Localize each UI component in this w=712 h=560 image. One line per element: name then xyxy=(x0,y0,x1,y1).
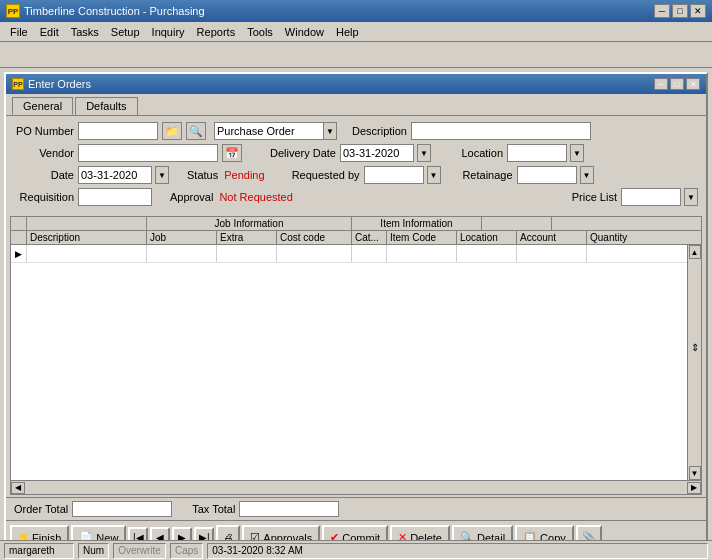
delivery-date-dropdown[interactable]: ▼ xyxy=(417,144,431,162)
date-label: Date xyxy=(14,169,74,181)
inner-window-title: Enter Orders xyxy=(28,78,91,90)
location-dropdown[interactable]: ▼ xyxy=(570,144,584,162)
delivery-date-input[interactable]: 03-31-2020 xyxy=(340,144,414,162)
approval-value: Not Requested xyxy=(219,191,292,203)
grid-scrollbar-h[interactable]: ◀ ▶ xyxy=(11,480,701,494)
menu-setup[interactable]: Setup xyxy=(105,25,146,39)
status-num: Num xyxy=(78,543,109,559)
scroll-up-btn[interactable]: ▲ xyxy=(689,245,701,259)
status-datetime: 03-31-2020 8:32 AM xyxy=(207,543,708,559)
grid-col-account: Account xyxy=(517,231,587,244)
date-input[interactable]: 03-31-2020 xyxy=(78,166,152,184)
inner-minimize-button[interactable]: ─ xyxy=(654,78,668,90)
inner-close-button[interactable]: ✕ xyxy=(686,78,700,90)
app-icon: PP xyxy=(6,4,20,18)
vendor-calendar-icon[interactable]: 📅 xyxy=(222,144,242,162)
menu-edit[interactable]: Edit xyxy=(34,25,65,39)
retainage-label: Retainage xyxy=(453,169,513,181)
grid-header-columns: Description Job Extra Cost code Cat... I… xyxy=(11,231,701,244)
tax-total-item: Tax Total xyxy=(192,501,339,517)
retainage-dropdown[interactable]: ▼ xyxy=(580,166,594,184)
form-row-1: PO Number 📁 🔍 Purchase Order ▼ Descripti… xyxy=(14,122,698,140)
status-value: Pending xyxy=(224,169,264,181)
grid-col-location: Location xyxy=(457,231,517,244)
scroll-right-btn[interactable]: ▶ xyxy=(687,482,701,494)
price-list-dropdown[interactable]: ▼ xyxy=(684,188,698,206)
grid-cell-account[interactable] xyxy=(517,245,587,262)
grid-header-groups: Job Information Item Information xyxy=(11,217,701,231)
grid-group-account-spacer xyxy=(482,217,552,230)
status-label: Status xyxy=(187,169,218,181)
description-input[interactable] xyxy=(411,122,591,140)
location-input[interactable] xyxy=(507,144,567,162)
grid-cell-itemcode[interactable] xyxy=(387,245,457,262)
inner-maximize-button[interactable]: □ xyxy=(670,78,684,90)
menu-file[interactable]: File xyxy=(4,25,34,39)
totals-bar: Order Total Tax Total xyxy=(6,497,706,520)
grid-group-item: Item Information xyxy=(352,217,482,230)
menu-inquiry[interactable]: Inquiry xyxy=(146,25,191,39)
price-list-label: Price List xyxy=(557,191,617,203)
menu-reports[interactable]: Reports xyxy=(191,25,242,39)
form-area: PO Number 📁 🔍 Purchase Order ▼ Descripti… xyxy=(6,115,706,216)
po-type-input[interactable]: Purchase Order xyxy=(214,122,324,140)
price-list-input[interactable] xyxy=(621,188,681,206)
requisition-label: Requisition xyxy=(14,191,74,203)
status-bar: margareth Num Overwrite Caps 03-31-2020 … xyxy=(0,540,712,560)
menu-window[interactable]: Window xyxy=(279,25,330,39)
grid-row-new: ▶ xyxy=(11,245,687,263)
grid-with-scrollbar: ▶ ▲ xyxy=(11,245,701,480)
order-total-label: Order Total xyxy=(14,503,68,515)
order-total-item: Order Total xyxy=(14,501,172,517)
vendor-label: Vendor xyxy=(14,147,74,159)
inner-app-icon: PP xyxy=(12,78,24,90)
tax-total-value xyxy=(239,501,339,517)
grid-cell-costcode[interactable] xyxy=(277,245,352,262)
requested-by-input[interactable] xyxy=(364,166,424,184)
maximize-button[interactable]: □ xyxy=(672,4,688,18)
tab-defaults[interactable]: Defaults xyxy=(75,97,137,115)
scroll-down-btn[interactable]: ▼ xyxy=(689,466,701,480)
date-dropdown[interactable]: ▼ xyxy=(155,166,169,184)
scroll-h-track xyxy=(25,482,687,494)
description-label: Description xyxy=(347,125,407,137)
inner-title-left: PP Enter Orders xyxy=(12,78,91,90)
vendor-input[interactable] xyxy=(78,144,218,162)
close-button[interactable]: ✕ xyxy=(690,4,706,18)
title-bar-controls: ─ □ ✕ xyxy=(654,4,706,18)
retainage-input[interactable] xyxy=(517,166,577,184)
title-bar-left: PP Timberline Construction - Purchasing xyxy=(6,4,205,18)
grid-cell-location[interactable] xyxy=(457,245,517,262)
po-folder-icon[interactable]: 📁 xyxy=(162,122,182,140)
grid-cell-extra[interactable] xyxy=(217,245,277,262)
po-search-icon[interactable]: 🔍 xyxy=(186,122,206,140)
grid-col-description-spacer xyxy=(27,217,147,230)
form-row-2: Vendor 📅 Delivery Date 03-31-2020 ▼ Loca… xyxy=(14,144,698,162)
grid-body[interactable]: ▶ xyxy=(11,245,687,480)
menu-help[interactable]: Help xyxy=(330,25,365,39)
grid-cell-cat[interactable] xyxy=(352,245,387,262)
grid-cell-description[interactable] xyxy=(27,245,147,262)
grid-header: Job Information Item Information Descrip… xyxy=(11,217,701,245)
menu-tasks[interactable]: Tasks xyxy=(65,25,105,39)
scroll-left-btn[interactable]: ◀ xyxy=(11,482,25,494)
app-title: Timberline Construction - Purchasing xyxy=(24,5,205,17)
title-bar: PP Timberline Construction - Purchasing … xyxy=(0,0,712,22)
requested-by-dropdown[interactable]: ▼ xyxy=(427,166,441,184)
status-user: margareth xyxy=(4,543,74,559)
po-type-dropdown[interactable]: ▼ xyxy=(323,122,337,140)
requisition-input[interactable] xyxy=(78,188,152,206)
inner-window: PP Enter Orders ─ □ ✕ General Defaults P… xyxy=(4,72,708,556)
grid-cell-quantity[interactable] xyxy=(587,245,652,262)
menu-tools[interactable]: Tools xyxy=(241,25,279,39)
minimize-button[interactable]: ─ xyxy=(654,4,670,18)
grid-scrollbar-v[interactable]: ▲ ⇕ ▼ xyxy=(687,245,701,480)
scroll-track: ⇕ xyxy=(689,259,701,466)
status-caps: Caps xyxy=(170,543,203,559)
po-number-input[interactable] xyxy=(78,122,158,140)
grid-cell-job[interactable] xyxy=(147,245,217,262)
grid-col-costcode: Cost code xyxy=(277,231,352,244)
form-row-4: Requisition Approval Not Requested Price… xyxy=(14,188,698,206)
scroll-thumb: ⇕ xyxy=(689,342,701,353)
tab-general[interactable]: General xyxy=(12,97,73,115)
